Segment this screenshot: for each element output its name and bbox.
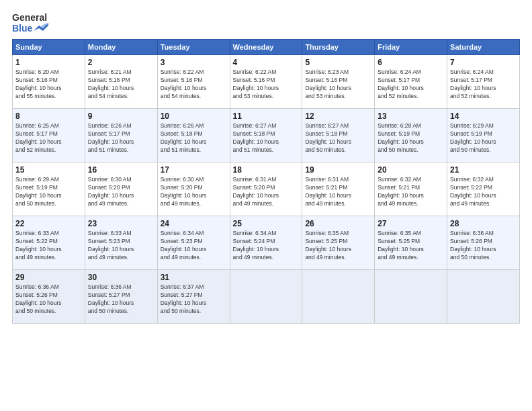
calendar-cell: 12Sunrise: 6:27 AMSunset: 5:18 PMDayligh… <box>302 109 375 163</box>
day-number: 8 <box>15 111 82 121</box>
calendar-week-row: 15Sunrise: 6:29 AMSunset: 5:19 PMDayligh… <box>13 163 520 216</box>
calendar-cell: 11Sunrise: 6:27 AMSunset: 5:18 PMDayligh… <box>230 109 302 163</box>
calendar-cell: 25Sunrise: 6:34 AMSunset: 5:24 PMDayligh… <box>230 216 302 270</box>
day-number: 27 <box>378 219 444 228</box>
day-info: Sunrise: 6:22 AMSunset: 5:16 PMDaylight:… <box>161 68 227 101</box>
calendar-cell: 27Sunrise: 6:35 AMSunset: 5:25 PMDayligh… <box>375 216 447 270</box>
day-number: 15 <box>15 165 82 175</box>
calendar-page: General Blue SundayMondayTuesdayWednesda… <box>0 0 532 411</box>
calendar-cell: 14Sunrise: 6:29 AMSunset: 5:19 PMDayligh… <box>447 109 520 163</box>
day-number: 10 <box>161 111 227 121</box>
day-info: Sunrise: 6:34 AMSunset: 5:24 PMDaylight:… <box>233 230 300 262</box>
calendar-cell: 28Sunrise: 6:36 AMSunset: 5:26 PMDayligh… <box>447 216 520 270</box>
calendar-cell: 23Sunrise: 6:33 AMSunset: 5:23 PMDayligh… <box>85 216 157 270</box>
day-info: Sunrise: 6:33 AMSunset: 5:22 PMDaylight:… <box>15 230 82 262</box>
calendar-cell: 5Sunrise: 6:23 AMSunset: 5:16 PMDaylight… <box>302 55 375 109</box>
calendar-cell: 10Sunrise: 6:26 AMSunset: 5:18 PMDayligh… <box>157 109 230 163</box>
calendar-cell: 6Sunrise: 6:24 AMSunset: 5:17 PMDaylight… <box>375 55 447 109</box>
calendar-cell: 20Sunrise: 6:32 AMSunset: 5:21 PMDayligh… <box>375 163 447 216</box>
page-header: General Blue <box>12 12 520 34</box>
day-info: Sunrise: 6:22 AMSunset: 5:16 PMDaylight:… <box>233 68 300 101</box>
day-info: Sunrise: 6:31 AMSunset: 5:20 PMDaylight:… <box>233 176 300 208</box>
col-header-tuesday: Tuesday <box>157 40 230 55</box>
calendar-header-row: SundayMondayTuesdayWednesdayThursdayFrid… <box>13 40 520 55</box>
calendar-cell <box>230 270 302 324</box>
day-number: 2 <box>88 58 154 67</box>
calendar-cell: 21Sunrise: 6:32 AMSunset: 5:22 PMDayligh… <box>447 163 520 216</box>
calendar-cell: 18Sunrise: 6:31 AMSunset: 5:20 PMDayligh… <box>230 163 302 216</box>
day-info: Sunrise: 6:33 AMSunset: 5:23 PMDaylight:… <box>88 230 154 262</box>
logo: General Blue <box>12 12 48 34</box>
calendar-cell: 4Sunrise: 6:22 AMSunset: 5:16 PMDaylight… <box>230 55 302 109</box>
day-info: Sunrise: 6:26 AMSunset: 5:17 PMDaylight:… <box>88 122 154 154</box>
day-info: Sunrise: 6:28 AMSunset: 5:19 PMDaylight:… <box>378 122 444 154</box>
day-number: 22 <box>15 219 82 228</box>
col-header-saturday: Saturday <box>447 40 520 55</box>
calendar-cell: 19Sunrise: 6:31 AMSunset: 5:21 PMDayligh… <box>302 163 375 216</box>
day-number: 20 <box>378 165 444 175</box>
col-header-wednesday: Wednesday <box>230 40 302 55</box>
day-number: 13 <box>378 111 444 121</box>
day-number: 25 <box>233 219 300 228</box>
day-info: Sunrise: 6:34 AMSunset: 5:23 PMDaylight:… <box>161 230 227 262</box>
day-info: Sunrise: 6:36 AMSunset: 5:27 PMDaylight:… <box>88 283 154 316</box>
calendar-cell <box>447 270 520 324</box>
day-number: 5 <box>305 58 371 67</box>
calendar-cell: 3Sunrise: 6:22 AMSunset: 5:16 PMDaylight… <box>157 55 230 109</box>
day-info: Sunrise: 6:27 AMSunset: 5:18 PMDaylight:… <box>305 122 371 154</box>
day-info: Sunrise: 6:25 AMSunset: 5:17 PMDaylight:… <box>15 122 82 154</box>
day-number: 4 <box>233 58 300 67</box>
day-info: Sunrise: 6:35 AMSunset: 5:25 PMDaylight:… <box>305 230 371 262</box>
day-number: 6 <box>378 58 444 67</box>
day-number: 30 <box>88 273 154 282</box>
calendar-cell <box>375 270 447 324</box>
calendar-cell: 13Sunrise: 6:28 AMSunset: 5:19 PMDayligh… <box>375 109 447 163</box>
calendar-table: SundayMondayTuesdayWednesdayThursdayFrid… <box>12 39 520 324</box>
calendar-cell: 15Sunrise: 6:29 AMSunset: 5:19 PMDayligh… <box>13 163 85 216</box>
logo-text: General Blue <box>12 12 48 34</box>
col-header-sunday: Sunday <box>13 40 85 55</box>
calendar-week-row: 8Sunrise: 6:25 AMSunset: 5:17 PMDaylight… <box>13 109 520 163</box>
day-info: Sunrise: 6:37 AMSunset: 5:27 PMDaylight:… <box>161 283 227 316</box>
day-number: 26 <box>305 219 371 228</box>
calendar-cell: 30Sunrise: 6:36 AMSunset: 5:27 PMDayligh… <box>85 270 157 324</box>
day-info: Sunrise: 6:29 AMSunset: 5:19 PMDaylight:… <box>450 122 517 154</box>
day-info: Sunrise: 6:29 AMSunset: 5:19 PMDaylight:… <box>15 176 82 208</box>
day-number: 18 <box>233 165 300 175</box>
day-info: Sunrise: 6:23 AMSunset: 5:16 PMDaylight:… <box>305 68 371 101</box>
day-number: 14 <box>450 111 517 121</box>
day-number: 17 <box>161 165 227 175</box>
calendar-cell: 8Sunrise: 6:25 AMSunset: 5:17 PMDaylight… <box>13 109 85 163</box>
day-number: 23 <box>88 219 154 228</box>
day-number: 29 <box>15 273 82 282</box>
calendar-cell: 17Sunrise: 6:30 AMSunset: 5:20 PMDayligh… <box>157 163 230 216</box>
calendar-cell: 24Sunrise: 6:34 AMSunset: 5:23 PMDayligh… <box>157 216 230 270</box>
day-number: 7 <box>450 58 517 67</box>
day-number: 24 <box>161 219 227 228</box>
day-info: Sunrise: 6:30 AMSunset: 5:20 PMDaylight:… <box>161 176 227 208</box>
col-header-thursday: Thursday <box>302 40 375 55</box>
day-number: 19 <box>305 165 371 175</box>
calendar-cell: 7Sunrise: 6:24 AMSunset: 5:17 PMDaylight… <box>447 55 520 109</box>
calendar-cell: 9Sunrise: 6:26 AMSunset: 5:17 PMDaylight… <box>85 109 157 163</box>
day-info: Sunrise: 6:27 AMSunset: 5:18 PMDaylight:… <box>233 122 300 154</box>
calendar-cell <box>302 270 375 324</box>
day-number: 21 <box>450 165 517 175</box>
calendar-week-row: 22Sunrise: 6:33 AMSunset: 5:22 PMDayligh… <box>13 216 520 270</box>
day-info: Sunrise: 6:35 AMSunset: 5:25 PMDaylight:… <box>378 230 444 262</box>
calendar-cell: 29Sunrise: 6:36 AMSunset: 5:26 PMDayligh… <box>13 270 85 324</box>
calendar-cell: 26Sunrise: 6:35 AMSunset: 5:25 PMDayligh… <box>302 216 375 270</box>
calendar-week-row: 1Sunrise: 6:20 AMSunset: 5:16 PMDaylight… <box>13 55 520 109</box>
day-info: Sunrise: 6:30 AMSunset: 5:20 PMDaylight:… <box>88 176 154 208</box>
day-info: Sunrise: 6:26 AMSunset: 5:18 PMDaylight:… <box>161 122 227 154</box>
day-number: 12 <box>305 111 371 121</box>
col-header-monday: Monday <box>85 40 157 55</box>
day-info: Sunrise: 6:36 AMSunset: 5:26 PMDaylight:… <box>15 283 82 316</box>
day-number: 3 <box>161 58 227 67</box>
day-info: Sunrise: 6:32 AMSunset: 5:22 PMDaylight:… <box>450 176 517 208</box>
calendar-week-row: 29Sunrise: 6:36 AMSunset: 5:26 PMDayligh… <box>13 270 520 324</box>
day-info: Sunrise: 6:31 AMSunset: 5:21 PMDaylight:… <box>305 176 371 208</box>
day-info: Sunrise: 6:24 AMSunset: 5:17 PMDaylight:… <box>450 68 517 101</box>
day-info: Sunrise: 6:24 AMSunset: 5:17 PMDaylight:… <box>378 68 444 101</box>
day-number: 31 <box>161 273 227 282</box>
